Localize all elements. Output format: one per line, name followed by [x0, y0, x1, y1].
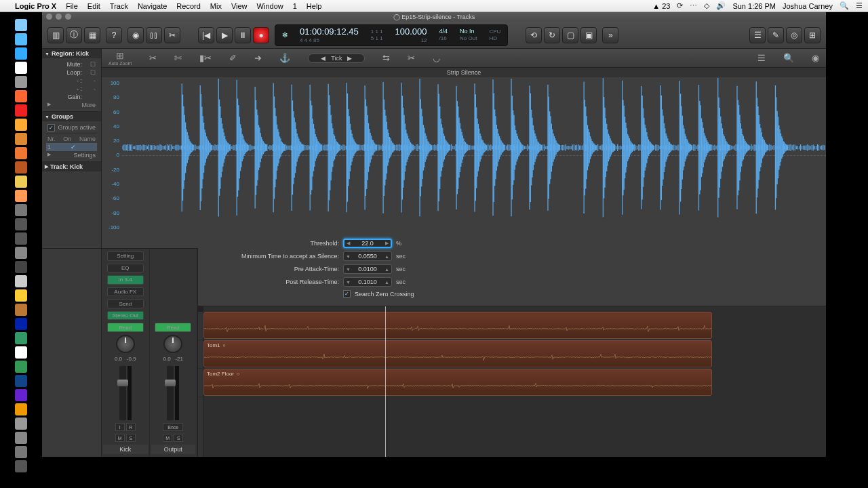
dock-app-14[interactable] [15, 218, 27, 230]
library-button[interactable]: ▥ [47, 27, 64, 43]
dock-app-16[interactable] [15, 247, 27, 259]
menu-help[interactable]: Help [307, 2, 322, 10]
auto-zoom-button[interactable]: ⊞Auto Zoom [108, 50, 132, 66]
groups-header[interactable]: ▼Groups [42, 112, 101, 121]
input-slot[interactable]: In 3-4 [107, 275, 144, 285]
gain-icon[interactable]: ◡ [433, 53, 440, 63]
dock-app-3[interactable] [15, 62, 27, 74]
anchor-icon[interactable]: ⚓ [279, 53, 290, 63]
help-button[interactable]: ? [106, 27, 122, 43]
play-button[interactable]: ▶ [216, 27, 233, 43]
threshold-field[interactable]: ◀22.0▶ [343, 239, 392, 248]
dock-app-17[interactable] [15, 261, 27, 273]
dock-app-29[interactable] [15, 432, 27, 444]
send-slot[interactable]: Send [107, 299, 144, 308]
dock-app-19[interactable] [15, 289, 27, 302]
dock-app-22[interactable] [15, 332, 27, 344]
lcd-tempo[interactable]: 100.000 [395, 26, 427, 37]
dock-app-5[interactable] [15, 90, 27, 102]
menu-track[interactable]: Track [110, 2, 128, 10]
flex-icon[interactable]: ⇆ [382, 53, 390, 63]
cut-tool-icon[interactable]: ✄ [174, 53, 182, 63]
automation-mode[interactable]: Read [155, 323, 191, 332]
menu-view[interactable]: View [231, 2, 248, 10]
dock-app-20[interactable] [15, 304, 27, 316]
toolbar-button[interactable]: ▦ [84, 27, 100, 43]
min-time-field[interactable]: ▼0.0550▲ [343, 251, 392, 261]
lcd-bars[interactable]: 4 4 4 85 [300, 37, 359, 44]
editors-button[interactable]: ✂ [164, 27, 180, 43]
wifi-icon[interactable]: ◇ [704, 1, 709, 10]
menu-extras-icon[interactable]: ☰ [856, 1, 863, 10]
pause-button[interactable]: ⏸ [235, 27, 251, 43]
dock-app-6[interactable] [15, 104, 27, 117]
dock-app-13[interactable] [15, 204, 27, 216]
menu-1[interactable]: 1 [293, 2, 297, 10]
cycle-button[interactable]: ⟲ [526, 27, 542, 43]
dock-app-10[interactable] [15, 161, 27, 174]
more-button[interactable]: » [602, 27, 618, 43]
mixer-button[interactable]: ⫿⫿ [146, 27, 162, 43]
colors-icon[interactable]: ◉ [812, 53, 819, 63]
audiofx-slot[interactable]: Audio FX [107, 287, 144, 297]
menu-window[interactable]: Window [257, 2, 283, 10]
playhead[interactable] [385, 306, 386, 457]
lcd-sig[interactable]: 4/4 [439, 28, 448, 35]
notes-button[interactable]: ✎ [768, 27, 784, 43]
dock-app-31[interactable] [15, 460, 27, 472]
more-disclosure[interactable]: More [81, 102, 96, 108]
output-slot[interactable]: Stereo Out [107, 311, 144, 321]
dock-app-18[interactable] [15, 275, 27, 287]
lcd-in[interactable]: No In [460, 28, 477, 35]
rewind-button[interactable]: |◀ [198, 27, 214, 43]
solo-btn[interactable]: S [126, 434, 136, 442]
lcd-sig-b[interactable]: /16 [439, 35, 448, 42]
dock-app-12[interactable] [15, 190, 27, 202]
menu-navigate[interactable]: Navigate [138, 2, 167, 10]
dock-app-25[interactable] [15, 375, 27, 387]
region-header[interactable]: ▼Region: Kick [42, 49, 101, 58]
waveform-display[interactable] [122, 77, 826, 233]
view-list-icon[interactable]: ☰ [757, 53, 766, 63]
lcd-tempo-b[interactable]: 12 [395, 37, 427, 44]
click-button[interactable]: ▣ [580, 27, 597, 43]
loops-button[interactable]: ◎ [786, 27, 802, 43]
lcd-out[interactable]: No Out [460, 35, 477, 42]
menu-edit[interactable]: Edit [87, 2, 100, 10]
dock-app-2[interactable] [15, 47, 27, 60]
region-tom2[interactable]: Tom2 Floor○ [203, 369, 712, 396]
app-name[interactable]: Logic Pro X [15, 2, 56, 10]
dock-app-24[interactable] [15, 361, 27, 373]
dock-app-11[interactable] [15, 176, 27, 188]
pan-knob[interactable] [163, 335, 182, 353]
dock-app-26[interactable] [15, 389, 27, 401]
spotlight-icon[interactable]: 🔍 [840, 1, 849, 10]
arrow-tool-icon[interactable]: ➜ [254, 53, 262, 63]
channel-name[interactable]: Kick [103, 445, 148, 454]
trim-tool-icon[interactable]: ▮✂ [199, 53, 212, 63]
menu-file[interactable]: File [66, 2, 78, 10]
slice-icon[interactable]: ✂ [408, 53, 415, 63]
bounce-btn[interactable]: Bnce [163, 423, 183, 431]
lcd-settings-icon[interactable]: ✻ [282, 31, 288, 39]
user-name[interactable]: Joshua Carney [783, 2, 833, 10]
automation-mode[interactable]: Read [107, 323, 144, 332]
record-button[interactable]: ● [253, 27, 269, 43]
dock-app-9[interactable] [15, 147, 27, 159]
channel-name[interactable]: Output [151, 445, 196, 454]
input-mon-btn[interactable]: I [115, 423, 125, 431]
dock-app-15[interactable] [15, 232, 27, 245]
zero-crossing-checkbox[interactable]: ✓ [343, 290, 351, 298]
volume-fader[interactable] [167, 366, 174, 420]
dock-app-30[interactable] [15, 446, 27, 458]
dock-app-23[interactable] [15, 346, 27, 359]
zoom-icon[interactable]: 🔍 [783, 53, 794, 63]
dock-app-0[interactable] [15, 19, 27, 31]
mute-btn[interactable]: M [163, 434, 172, 442]
scissors-icon[interactable]: ✂ [149, 53, 157, 63]
dock-app-27[interactable] [15, 403, 27, 415]
track-header[interactable]: ▶Track: Kick [42, 162, 101, 171]
post-release-field[interactable]: ▼0.1010▲ [343, 277, 392, 287]
lcd-locator-lb[interactable]: 5 1 1 [371, 35, 383, 42]
traffic-lights[interactable] [46, 14, 71, 20]
